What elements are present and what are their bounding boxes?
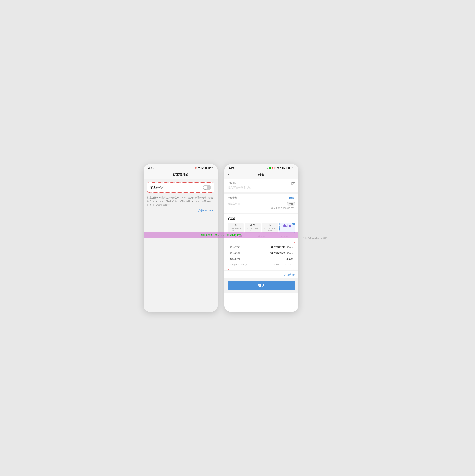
advanced-function-link[interactable]: 高级功能 › <box>284 273 295 276</box>
right-back-button[interactable]: ‹ <box>228 172 229 177</box>
right-status-bar: 20:45 ✈ ◼ ✿ ⏰ ✱ ≋ HD ▐▐▐ 80 <box>225 164 298 171</box>
fee-recommended-name: 推荐 <box>246 224 260 227</box>
fee-fast-cny: ≈¥29.85 <box>263 229 277 232</box>
fee-section: 矿工费 慢 0.00134 ETH ≈¥22.13 推荐 0.00166 ETH… <box>225 215 298 270</box>
miner-fee-mode-toggle[interactable] <box>203 185 211 190</box>
right-nav-bar: ‹ 转账 <box>225 171 298 179</box>
miner-fee-mode-card: 矿工费模式 <box>147 182 214 193</box>
amount-input-row: 请输入数量 全部 <box>228 202 295 206</box>
fee-option-recommended[interactable]: 推荐 0.00166 ETH ≈¥27.51 <box>245 222 261 233</box>
balance-value: 0.000595 ETH <box>281 207 295 210</box>
amount-section: 转账金额 ETH › 请输入数量 全部 钱包余额 0.000595 ETH <box>225 193 298 213</box>
max-tip-unit: Gwei <box>287 246 293 249</box>
fee-custom-name: 自定义 <box>280 224 295 228</box>
currency-chevron-icon: › <box>295 197 295 200</box>
eip-value: 0.00166 ETH ≈ ¥27.51 <box>272 264 293 266</box>
left-content-area: 矿工费模式 以太坊及EVM系列默认不开启EIP-1559；当您打开该开关后，若该… <box>144 179 218 312</box>
gas-limit-row: Gas Limit 25000 <box>230 256 293 262</box>
confirm-button[interactable]: 确认 <box>228 281 295 290</box>
max-fee-row: 最高费用 66.722536583 Gwei <box>230 250 293 256</box>
fee-slow-amount: 0.00134 ETH <box>228 227 243 229</box>
left-status-bar: 23:35 ⏰ ✱ HD ▐▐▐ 100 <box>144 164 218 171</box>
left-status-icons: ⏰ ✱ HD ▐▐▐ 100 <box>195 167 214 169</box>
fee-slow-cny: ≈¥22.13 <box>228 229 243 232</box>
balance-row: 钱包余额 0.000595 ETH <box>228 207 295 210</box>
fee-option-custom[interactable]: ✓ 自定义 <box>279 222 295 233</box>
fee-recommended-cny: ≈¥27.51 <box>246 229 260 232</box>
left-time: 23:35 <box>148 167 154 169</box>
recipient-section: 收款地址 ⌧ 输入或粘贴钱包地址 <box>225 179 298 192</box>
eip-label: * 关于EIP-1559 ? <box>230 263 247 266</box>
max-fee-value[interactable]: 66.722536583 <box>270 252 285 255</box>
recipient-label-row: 收款地址 ⌧ <box>228 182 295 186</box>
max-fee-unit: Gwei <box>287 252 293 255</box>
fee-title: 矿工费 <box>228 217 295 221</box>
right-time: 20:45 <box>229 167 234 169</box>
miner-fee-description: 以太坊及EVM系列默认不开启EIP-1559；当您打开该开关后，若该链支持EIP… <box>147 196 214 207</box>
advanced-arrow-icon: › <box>295 273 295 276</box>
help-icon[interactable]: ? <box>245 264 247 266</box>
fee-fast-name: 快 <box>263 224 277 227</box>
fee-option-fast[interactable]: 快 0.00181 ETH ≈¥29.85 <box>262 222 278 233</box>
fee-slow-name: 慢 <box>228 224 243 227</box>
fee-fast-amount: 0.00181 ETH <box>263 227 277 229</box>
paste-icon[interactable]: ⌧ <box>291 182 295 186</box>
amount-label: 转账金额 <box>228 196 237 199</box>
left-nav-bar: ‹ 矿工费模式 <box>144 171 218 179</box>
left-battery: 100 <box>209 167 214 169</box>
right-page-title: 转账 <box>258 173 264 177</box>
link-arrow-icon: › <box>213 209 214 212</box>
balance-label: 钱包余额 <box>271 207 280 210</box>
watermark-banner: 如何重置矿工费，安全与你就是的助力 <box>144 232 298 238</box>
all-button[interactable]: 全部 <box>287 202 295 206</box>
amount-label-row: 转账金额 ETH › <box>228 196 295 200</box>
fee-recommended-amount: 0.00166 ETH <box>246 227 260 229</box>
gas-limit-label: Gas Limit <box>230 257 240 260</box>
fee-option-slow[interactable]: 慢 0.00134 ETH ≈¥22.13 <box>228 222 244 233</box>
right-status-icons: ✈ ◼ ✿ ⏰ ✱ ≋ HD ▐▐▐ 80 <box>267 167 294 169</box>
gas-limit-value[interactable]: 25000 <box>286 257 293 260</box>
left-back-button[interactable]: ‹ <box>147 172 148 177</box>
recipient-input[interactable]: 输入或粘贴钱包地址 <box>228 186 251 189</box>
right-battery: 80 <box>291 167 294 169</box>
advanced-row: 高级功能 › <box>225 272 298 278</box>
max-tip-row: 最高小费 8.201919745 Gwei <box>230 244 293 250</box>
left-page-title: 矿工费模式 <box>173 173 188 177</box>
max-tip-label: 最高小费 <box>230 246 240 249</box>
eip-1559-link[interactable]: 关于EIP-1559 › <box>147 209 214 212</box>
custom-fee-box: 最高小费 8.201919745 Gwei 最高费用 66.722536583 … <box>228 242 295 270</box>
outer-wrapper: 23:35 ⏰ ✱ HD ▐▐▐ 100 ‹ 矿工费模式 矿工费模式 以太坊及E… <box>144 164 298 312</box>
eip-summary-row: * 关于EIP-1559 ? 0.00166 ETH ≈ ¥27.51 <box>230 262 293 268</box>
fee-options-row: 慢 0.00134 ETH ≈¥22.13 推荐 0.00166 ETH ≈¥2… <box>228 222 295 233</box>
miner-fee-mode-label: 矿工费模式 <box>150 186 164 189</box>
fee-custom-check-icon: ✓ <box>293 222 295 225</box>
watermark-footer: 知乎 @TokenPocket钱包 <box>298 236 331 240</box>
amount-input[interactable]: 请输入数量 <box>228 202 240 205</box>
currency-selector[interactable]: ETH › <box>289 197 295 200</box>
max-fee-label: 最高费用 <box>230 252 240 255</box>
recipient-label: 收款地址 <box>228 182 237 185</box>
max-tip-value[interactable]: 8.201919745 <box>271 246 285 249</box>
